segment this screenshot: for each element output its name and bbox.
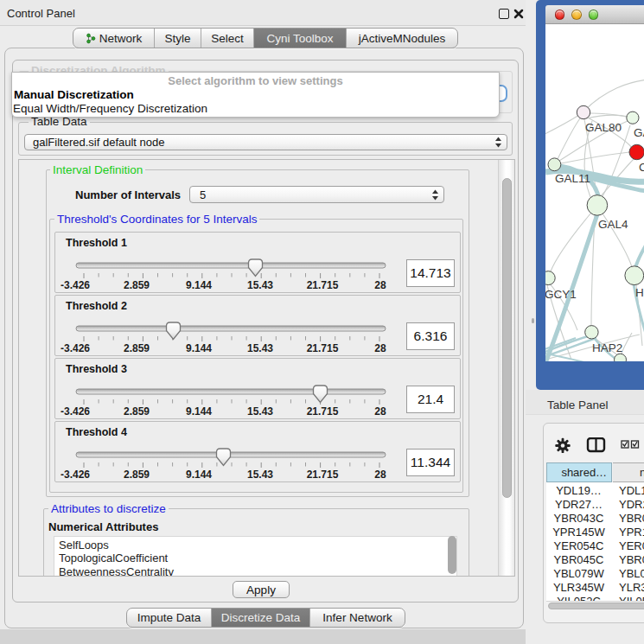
svg-text:GAL11: GAL11 xyxy=(555,172,590,185)
svg-text:GAL4: GAL4 xyxy=(598,218,628,231)
svg-text:C: C xyxy=(639,161,644,174)
svg-text:GA: GA xyxy=(634,126,644,139)
svg-text:H: H xyxy=(635,286,644,299)
svg-text:GCY1: GCY1 xyxy=(545,288,577,301)
svg-text:HAP2: HAP2 xyxy=(592,341,622,354)
svg-text:GAL80: GAL80 xyxy=(585,121,622,134)
